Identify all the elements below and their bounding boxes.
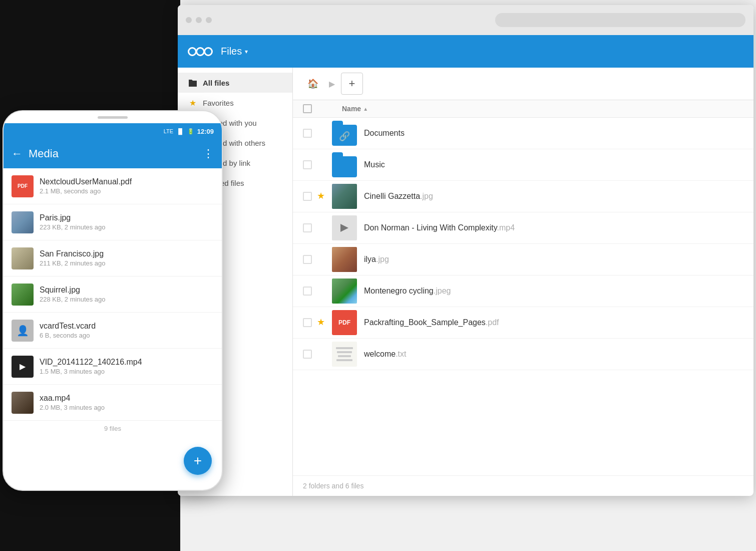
file-info: NextcloudUserManual.pdf 2.1 MB, seconds … xyxy=(40,177,214,195)
file-name: Cinelli Gazzetta.jpg xyxy=(364,192,433,201)
browser-dot-1 xyxy=(186,17,192,23)
file-meta: 223 KB, 2 minutes ago xyxy=(40,223,214,231)
file-thumbnail xyxy=(332,342,357,367)
file-name: Paris.jpg xyxy=(40,213,214,222)
list-item[interactable]: PDF NextcloudUserManual.pdf 2.1 MB, seco… xyxy=(4,168,222,204)
nc-files-label[interactable]: Files ▾ xyxy=(221,46,248,57)
mobile-filelist: PDF NextcloudUserManual.pdf 2.1 MB, seco… xyxy=(4,168,222,436)
file-checkbox[interactable] xyxy=(303,350,312,359)
nc-logo xyxy=(188,47,213,56)
table-row[interactable]: ★ 🔗 Documents xyxy=(293,118,753,149)
file-info: San Francisco.jpg 211 KB, 2 minutes ago xyxy=(40,249,214,267)
file-name: San Francisco.jpg xyxy=(40,249,214,258)
list-item[interactable]: 👤 vcardTest.vcard 6 B, seconds ago xyxy=(4,313,222,349)
file-name: NextcloudUserManual.pdf xyxy=(40,177,214,186)
paris-thumb xyxy=(12,211,34,233)
file-checkbox[interactable] xyxy=(303,318,312,327)
filelist-header: Name ▲ xyxy=(293,100,753,118)
name-column-header[interactable]: Name ▲ xyxy=(342,105,368,113)
sidebar-favorites-label: Favorites xyxy=(203,99,234,107)
nc-app-name: Files xyxy=(221,46,242,57)
mobile-status-bar: LTE ▐▌ 🔋 12:09 xyxy=(4,123,222,139)
file-meta: 1.5 MB, 3 minutes ago xyxy=(40,368,214,375)
signal-icon: ▐▌ xyxy=(176,128,184,134)
file-meta: 211 KB, 2 minutes ago xyxy=(40,259,214,267)
file-meta: 6 B, seconds ago xyxy=(40,332,214,339)
file-name: Documents xyxy=(364,129,405,138)
sort-arrow: ▲ xyxy=(363,106,368,112)
file-thumbnail xyxy=(332,247,357,272)
nc-main: All files ★ Favorites 👤 Shared with you … xyxy=(178,68,753,496)
back-button[interactable]: ← xyxy=(12,147,23,160)
file-checkbox[interactable] xyxy=(303,287,312,296)
sidebar-all-files-label: All files xyxy=(203,79,229,87)
file-name: welcome.txt xyxy=(364,350,406,359)
file-name: vcardTest.vcard xyxy=(40,322,214,331)
mobile-notch xyxy=(4,111,222,123)
file-name: ilya.jpg xyxy=(364,255,389,264)
nc-header: Files ▾ xyxy=(178,35,753,68)
mobile-phone: LTE ▐▌ 🔋 12:09 ← Media ⋮ PDF NextcloudUs… xyxy=(3,110,223,491)
list-item[interactable]: San Francisco.jpg 211 KB, 2 minutes ago xyxy=(4,240,222,277)
folder-link-icon: 🔗 xyxy=(339,131,350,142)
file-info: Squirrel.jpg 228 KB, 2 minutes ago xyxy=(40,286,214,303)
new-file-button[interactable]: + xyxy=(341,73,363,95)
file-name: Music xyxy=(364,160,385,169)
list-item[interactable]: Paris.jpg 223 KB, 2 minutes ago xyxy=(4,204,222,240)
mobile-file-count: 9 files xyxy=(4,421,222,436)
home-button[interactable]: 🏠 xyxy=(303,74,323,94)
mobile-header: ← Media ⋮ xyxy=(4,139,222,168)
nc-filelist: ★ 🔗 Documents ★ xyxy=(293,118,753,475)
browser-addressbar[interactable] xyxy=(495,13,745,27)
select-all-checkbox[interactable] xyxy=(303,104,312,113)
folder-icon xyxy=(188,78,198,88)
battery-icon: 🔋 xyxy=(187,128,194,135)
home-icon: 🏠 xyxy=(307,78,318,89)
nc-content: 🏠 ▶ + Name ▲ ★ xyxy=(293,68,753,496)
list-item[interactable]: ▶ VID_20141122_140216.mp4 1.5 MB, 3 minu… xyxy=(4,349,222,385)
nc-toolbar: 🏠 ▶ + xyxy=(293,68,753,100)
file-meta: 2.1 MB, seconds ago xyxy=(40,187,214,195)
file-thumbnail: PDF xyxy=(332,310,357,335)
fab-add-button[interactable]: + xyxy=(184,447,212,475)
table-row[interactable]: ★ Don Norman - Living With Complexity.mp… xyxy=(293,212,753,244)
folder-thumb xyxy=(332,152,357,177)
star-icon: ★ xyxy=(188,98,198,108)
plus-icon: + xyxy=(349,77,355,90)
browser-dot-2 xyxy=(196,17,202,23)
filelist-footer: 2 folders and 6 files xyxy=(293,475,753,496)
table-row[interactable]: ★ welcome.txt xyxy=(293,339,753,370)
sidebar-item-all-files[interactable]: All files xyxy=(178,73,292,93)
star-button[interactable]: ★ xyxy=(317,190,329,202)
sf-thumb xyxy=(12,247,34,269)
table-row[interactable]: ★ Montenegro cycling.jpeg xyxy=(293,276,753,307)
file-meta: 2.0 MB, 3 minutes ago xyxy=(40,404,214,411)
video-icon: ▶ xyxy=(12,356,34,378)
file-name: Don Norman - Living With Complexity.mp4 xyxy=(364,223,515,232)
browser-dot-3 xyxy=(206,17,212,23)
table-row[interactable]: ★ Music xyxy=(293,149,753,181)
list-item[interactable]: xaa.mp4 2.0 MB, 3 minutes ago xyxy=(4,385,222,421)
more-options-button[interactable]: ⋮ xyxy=(203,147,214,160)
table-row[interactable]: ★ ilya.jpg xyxy=(293,244,753,276)
file-thumbnail xyxy=(332,184,357,209)
browser-window: Files ▾ All files ★ Favorites 👤 Shared w… xyxy=(178,5,753,496)
star-button[interactable]: ★ xyxy=(317,317,329,329)
table-row[interactable]: ★ PDF Packrafting_Book_Sample_Pages.pdf xyxy=(293,307,753,339)
file-info: VID_20141122_140216.mp4 1.5 MB, 3 minute… xyxy=(40,358,214,375)
file-checkbox[interactable] xyxy=(303,160,312,169)
file-checkbox[interactable] xyxy=(303,255,312,264)
play-icon xyxy=(340,224,348,232)
mobile-screen-title: Media xyxy=(29,147,197,160)
file-name: VID_20141122_140216.mp4 xyxy=(40,358,214,367)
file-thumbnail xyxy=(332,279,357,304)
sidebar-item-favorites[interactable]: ★ Favorites xyxy=(178,93,292,113)
file-checkbox[interactable] xyxy=(303,129,312,138)
list-item[interactable]: Squirrel.jpg 228 KB, 2 minutes ago xyxy=(4,277,222,313)
file-checkbox[interactable] xyxy=(303,192,312,201)
nc-files-caret: ▾ xyxy=(245,48,248,55)
file-checkbox[interactable] xyxy=(303,223,312,232)
file-info: Paris.jpg 223 KB, 2 minutes ago xyxy=(40,213,214,231)
table-row[interactable]: ★ Cinelli Gazzetta.jpg xyxy=(293,181,753,212)
file-meta: 228 KB, 2 minutes ago xyxy=(40,296,214,303)
